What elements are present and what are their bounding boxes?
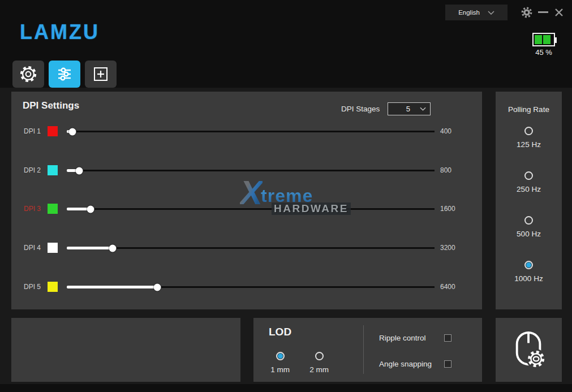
- dpi-value: 800: [440, 166, 451, 174]
- empty-panel: [11, 318, 240, 382]
- angle-snapping-checkbox[interactable]: [444, 360, 451, 368]
- vertical-divider: [363, 325, 364, 374]
- dpi-slider-handle[interactable]: [153, 283, 161, 291]
- angle-snapping-label: Angle snapping: [379, 360, 432, 368]
- dpi-row-label: DPI 4: [24, 244, 41, 252]
- chevron-down-icon: [488, 11, 494, 15]
- minimize-button[interactable]: [538, 11, 548, 13]
- ripple-control-checkbox[interactable]: [444, 334, 451, 342]
- battery-percent: 45 %: [530, 48, 558, 57]
- dpi-slider-handle[interactable]: [76, 167, 83, 174]
- dpi-row: DPI 4 3200: [11, 243, 482, 253]
- dpi-slider[interactable]: [67, 208, 435, 210]
- dpi-slider[interactable]: [67, 247, 435, 249]
- dpi-row-label: DPI 1: [24, 127, 41, 135]
- lod-option-2mm[interactable]: 2 mm: [303, 352, 336, 374]
- ripple-control-label: Ripple control: [379, 334, 426, 342]
- dpi-value: 400: [440, 127, 451, 135]
- tab-performance[interactable]: [49, 61, 80, 88]
- dpi-value: 6400: [440, 283, 455, 291]
- polling-rate-title: Polling Rate: [496, 105, 562, 114]
- battery-terminal: [555, 37, 557, 43]
- language-select-value: English: [458, 9, 480, 16]
- dpi-row-label: DPI 3: [24, 205, 41, 213]
- radio-button[interactable]: [315, 352, 324, 360]
- dpi-row-label: DPI 5: [24, 283, 41, 291]
- chevron-down-icon: [420, 107, 426, 111]
- dpi-slider-handle[interactable]: [109, 244, 117, 252]
- dpi-stages-control: DPI Stages 5: [341, 102, 431, 115]
- polling-option-label: 1000 Hz: [496, 274, 562, 283]
- radio-button[interactable]: [524, 216, 533, 225]
- dpi-slider[interactable]: [67, 131, 435, 132]
- dpi-slider-fill: [67, 247, 113, 249]
- lod-panel: LOD 1 mm 2 mm Ripple control Angle snapp…: [253, 318, 482, 382]
- polling-option-label: 125 Hz: [496, 140, 562, 149]
- close-button[interactable]: [553, 6, 565, 19]
- gear-icon: [521, 6, 533, 19]
- lod-option-label: 2 mm: [303, 365, 336, 374]
- dpi-color-swatch[interactable]: [48, 243, 58, 253]
- polling-rate-panel: Polling Rate 125 Hz 250 Hz 500 Hz 1000 H…: [496, 92, 562, 309]
- dpi-color-swatch[interactable]: [48, 282, 58, 292]
- dpi-slider-handle[interactable]: [68, 128, 76, 135]
- language-select[interactable]: English: [445, 5, 508, 20]
- lod-option-label: 1 mm: [264, 365, 296, 374]
- app-settings-button[interactable]: [520, 6, 534, 19]
- lamzu-logo: LAMZU: [20, 20, 100, 44]
- dpi-stages-select[interactable]: 5: [388, 102, 431, 115]
- battery-bar: [543, 35, 551, 44]
- tab-settings[interactable]: [12, 61, 44, 88]
- polling-option-500hz[interactable]: 500 Hz: [496, 216, 562, 238]
- dpi-stages-value: 5: [388, 105, 420, 113]
- radio-button[interactable]: [524, 261, 533, 269]
- sliders-icon: [55, 65, 74, 83]
- dpi-row: DPI 1 400: [11, 126, 482, 136]
- gear-icon: [19, 65, 37, 83]
- radio-button[interactable]: [524, 127, 533, 135]
- dpi-value: 1600: [440, 205, 455, 213]
- dpi-row-label: DPI 2: [24, 166, 41, 174]
- mouse-gear-icon: [511, 329, 547, 371]
- polling-option-125hz[interactable]: 125 Hz: [496, 127, 562, 149]
- dpi-value: 3200: [440, 244, 455, 252]
- battery-indicator: 45 %: [530, 33, 558, 57]
- close-icon: [554, 8, 564, 17]
- dpi-slider-handle[interactable]: [87, 205, 94, 213]
- dpi-color-swatch[interactable]: [48, 204, 58, 214]
- battery-icon: [532, 33, 555, 46]
- lod-title: LOD: [269, 326, 291, 338]
- dpi-color-swatch[interactable]: [48, 126, 58, 136]
- polling-option-label: 500 Hz: [496, 230, 562, 238]
- dpi-stages-label: DPI Stages: [341, 105, 380, 113]
- profile-tabbar: [12, 61, 117, 88]
- polling-option-250hz[interactable]: 250 Hz: [496, 171, 562, 193]
- polling-option-1000hz[interactable]: 1000 Hz: [496, 261, 562, 283]
- dpi-row: DPI 2 800: [11, 165, 482, 175]
- radio-button[interactable]: [276, 352, 285, 360]
- dpi-row: DPI 5 6400: [11, 282, 482, 292]
- dpi-color-swatch[interactable]: [48, 165, 58, 175]
- plus-square-icon: [92, 65, 110, 83]
- dpi-slider[interactable]: [67, 286, 435, 288]
- dpi-slider-fill: [67, 286, 157, 288]
- dpi-settings-panel: DPI Settings DPI Stages 5 DPI 1 400 DPI …: [11, 92, 482, 309]
- lod-option-1mm[interactable]: 1 mm: [264, 352, 296, 374]
- dpi-row: DPI 3 1600: [11, 204, 482, 214]
- battery-bar: [535, 35, 542, 44]
- ripple-control-row: Ripple control: [379, 334, 451, 342]
- polling-option-label: 250 Hz: [496, 185, 562, 193]
- angle-snapping-row: Angle snapping: [379, 360, 451, 368]
- tab-add-profile[interactable]: [85, 61, 117, 88]
- dpi-settings-title: DPI Settings: [23, 100, 79, 111]
- mouse-settings-panel[interactable]: [496, 318, 562, 382]
- radio-button[interactable]: [524, 171, 533, 180]
- dpi-slider[interactable]: [67, 170, 435, 171]
